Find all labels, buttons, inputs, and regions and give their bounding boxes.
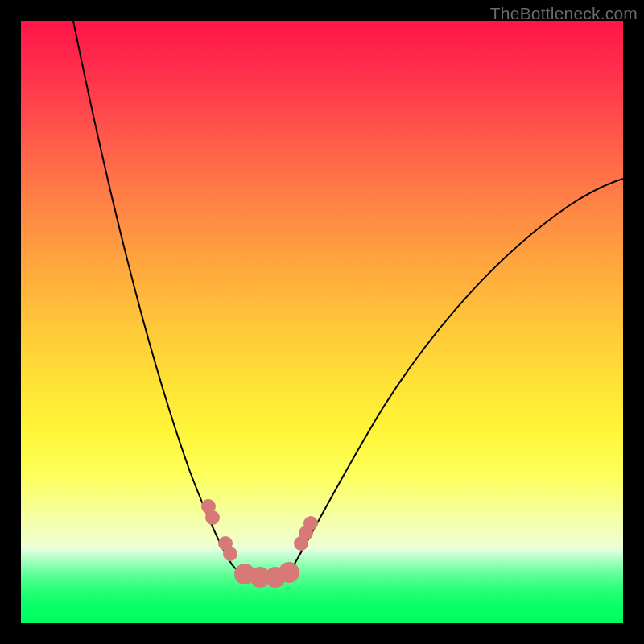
marker-dot	[303, 516, 318, 530]
chart-frame	[21, 21, 623, 623]
marker-lobe	[279, 562, 299, 583]
curve-right	[287, 179, 623, 577]
marker-dot	[205, 510, 220, 525]
curve-right-path	[287, 179, 623, 577]
curve-left-path	[73, 21, 264, 577]
chart-svg	[21, 21, 623, 623]
bottom-marker-cluster	[234, 562, 299, 588]
watermark-text: TheBottleneck.com	[490, 4, 638, 23]
curve-left	[73, 21, 264, 577]
right-marker-cluster	[294, 516, 318, 551]
left-marker-cluster	[201, 499, 237, 561]
marker-dot	[223, 547, 237, 561]
